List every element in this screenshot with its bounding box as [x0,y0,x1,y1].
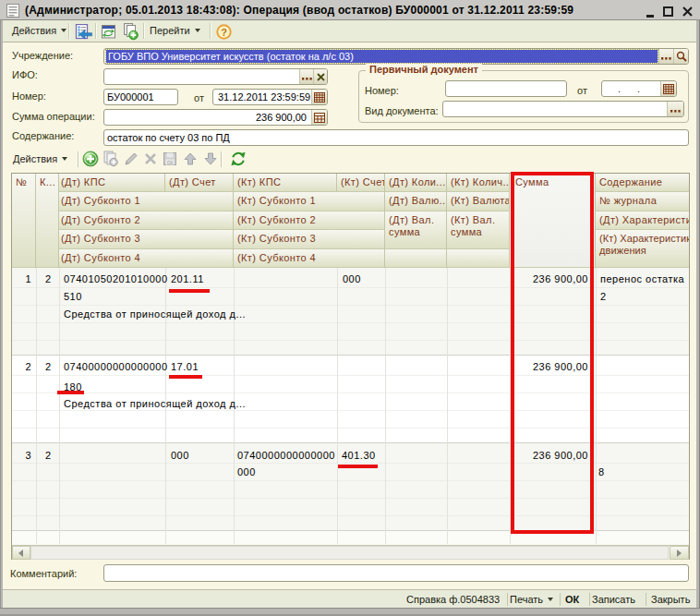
svg-text:ОК: ОК [167,161,174,165]
svg-text:?: ? [221,27,227,38]
